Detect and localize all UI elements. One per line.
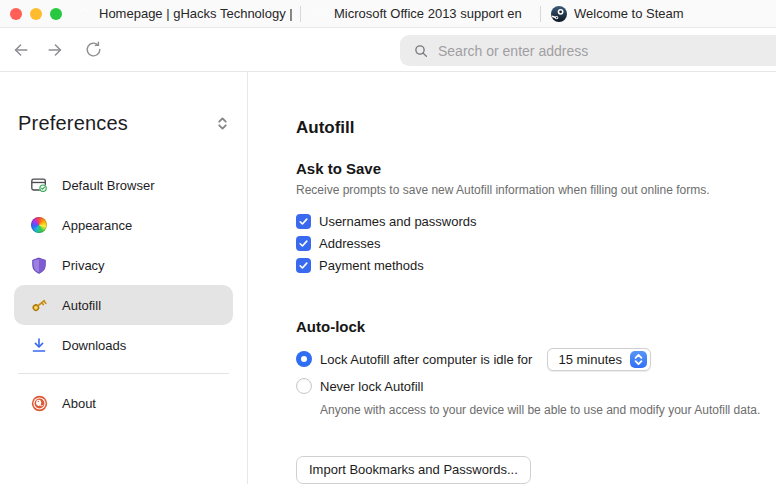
never-lock-warning: Anyone with access to your device will b… <box>320 403 768 417</box>
duckduckgo-logo-icon <box>30 394 48 412</box>
minimize-window-button[interactable] <box>30 8 42 20</box>
key-icon <box>30 296 48 314</box>
sidebar-item-about[interactable]: About <box>14 383 233 423</box>
ask-to-save-options: Usernames and passwords Addresses Paymen… <box>296 210 768 276</box>
page-title: Autofill <box>296 118 768 138</box>
autofill-settings-panel: Autofill Ask to Save Receive prompts to … <box>248 72 776 484</box>
address-bar[interactable]: Search or enter address <box>400 35 776 66</box>
window-controls <box>0 0 66 27</box>
ask-to-save-heading: Ask to Save <box>296 160 768 177</box>
auto-lock-heading: Auto-lock <box>296 318 768 335</box>
select-stepper-icon <box>630 351 647 368</box>
never-lock-radio[interactable] <box>296 378 312 394</box>
idle-duration-value: 15 minutes <box>558 352 622 367</box>
sidebar-menu: Default Browser Appearance Privacy <box>0 165 247 423</box>
close-window-button[interactable] <box>10 8 22 20</box>
import-bookmarks-passwords-button[interactable]: Import Bookmarks and Passwords... <box>296 456 531 484</box>
idle-duration-select[interactable]: 15 minutes <box>547 348 651 371</box>
sidebar-item-privacy[interactable]: Privacy <box>14 245 233 285</box>
sidebar-item-label: Default Browser <box>62 178 154 193</box>
sidebar-item-default-browser[interactable]: Default Browser <box>14 165 233 205</box>
sidebar-title: Preferences <box>18 112 128 135</box>
preferences-selector-chevron-icon[interactable] <box>216 116 229 131</box>
sidebar-item-downloads[interactable]: Downloads <box>14 325 233 365</box>
usernames-passwords-checkbox[interactable] <box>296 214 311 229</box>
tab-title: Microsoft Office 2013 support en <box>334 6 522 21</box>
tab-office-support[interactable]: Microsoft Office 2013 support en <box>301 0 540 27</box>
sidebar-item-label: About <box>62 396 96 411</box>
radio-label: Lock Autofill after computer is idle for <box>320 352 532 367</box>
checkbox-label: Usernames and passwords <box>319 214 477 229</box>
preferences-sidebar: Preferences Default Browser <box>0 72 248 484</box>
reload-button[interactable] <box>80 37 106 63</box>
tab-steam[interactable]: Welcome to Steam <box>541 0 776 27</box>
checkbox-label: Addresses <box>319 236 380 251</box>
download-icon <box>30 336 48 354</box>
tab-title: Welcome to Steam <box>574 6 684 21</box>
payment-methods-option[interactable]: Payment methods <box>296 254 768 276</box>
privacy-shield-icon <box>30 256 48 274</box>
ask-to-save-description: Receive prompts to save new Autofill inf… <box>296 183 768 197</box>
radio-label: Never lock Autofill <box>320 379 423 394</box>
appearance-icon <box>30 216 48 234</box>
sidebar-item-label: Downloads <box>62 338 126 353</box>
tab-ghacks[interactable]: Homepage | gHacks Technology | <box>66 0 300 27</box>
default-browser-icon <box>30 176 48 194</box>
never-lock-option[interactable]: Never lock Autofill <box>296 375 768 397</box>
steam-icon <box>551 6 567 22</box>
sidebar-item-autofill[interactable]: Autofill <box>14 285 233 325</box>
address-bar-placeholder: Search or enter address <box>438 43 588 59</box>
zoom-window-button[interactable] <box>50 8 62 20</box>
lock-after-idle-radio[interactable] <box>296 351 312 367</box>
checkbox-label: Payment methods <box>319 258 424 273</box>
back-button[interactable] <box>8 37 34 63</box>
sidebar-item-label: Appearance <box>62 218 132 233</box>
sidebar-item-label: Autofill <box>62 298 101 313</box>
usernames-passwords-option[interactable]: Usernames and passwords <box>296 210 768 232</box>
addresses-option[interactable]: Addresses <box>296 232 768 254</box>
tab-title: Homepage | gHacks Technology | <box>99 6 293 21</box>
search-icon <box>413 43 429 59</box>
flame-icon <box>76 6 92 22</box>
forward-button[interactable] <box>42 37 68 63</box>
sidebar-divider <box>18 373 229 374</box>
tab-bar: Homepage | gHacks Technology | Microsoft… <box>0 0 776 28</box>
addresses-checkbox[interactable] <box>296 236 311 251</box>
payment-methods-checkbox[interactable] <box>296 258 311 273</box>
navigation-bar: Search or enter address <box>0 28 776 72</box>
lock-after-idle-option[interactable]: Lock Autofill after computer is idle for… <box>296 348 768 370</box>
sidebar-item-appearance[interactable]: Appearance <box>14 205 233 245</box>
flame-icon <box>311 6 327 22</box>
sidebar-item-label: Privacy <box>62 258 105 273</box>
